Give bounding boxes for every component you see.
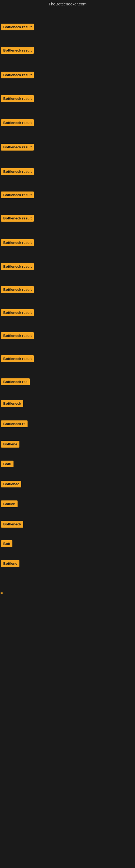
- bottleneck-row-14: Bottleneck result: [0, 355, 35, 364]
- bottleneck-badge[interactable]: Bottleneck: [1, 400, 23, 407]
- bottleneck-badge[interactable]: Bottleneck result: [1, 72, 34, 79]
- bottleneck-row-1: Bottleneck result: [0, 46, 35, 55]
- bottleneck-row-17: Bottleneck re: [0, 420, 29, 429]
- site-title: TheBottlenecker.com: [0, 0, 135, 8]
- bottleneck-badge[interactable]: Bottleneck result: [1, 168, 34, 175]
- bottleneck-row-20: Bottlenec: [0, 480, 22, 489]
- bottleneck-badge[interactable]: Bottleneck: [1, 521, 23, 528]
- bottleneck-badge[interactable]: Bottleneck result: [1, 191, 34, 198]
- bottleneck-badge[interactable]: Bottleneck result: [1, 332, 34, 339]
- bottleneck-badge[interactable]: Bottleneck result: [1, 309, 34, 316]
- bottleneck-badge[interactable]: Bottlene: [1, 441, 19, 447]
- bottleneck-row-3: Bottleneck result: [0, 95, 35, 104]
- bottleneck-badge[interactable]: Bottleneck result: [1, 286, 34, 293]
- bottleneck-row-8: Bottleneck result: [0, 214, 35, 223]
- bottleneck-badge[interactable]: Bott: [1, 540, 12, 547]
- bottleneck-row-18: Bottlene: [0, 440, 20, 449]
- bottleneck-row-0: Bottleneck result: [0, 23, 35, 32]
- bottleneck-badge[interactable]: Bottleneck res: [1, 378, 30, 385]
- bottleneck-row-22: Bottleneck: [0, 520, 24, 529]
- bottleneck-badge[interactable]: Bottleneck result: [1, 144, 34, 151]
- bottleneck-row-11: Bottleneck result: [0, 286, 35, 294]
- bottleneck-row-24: Bottlene: [0, 560, 20, 568]
- bottleneck-row-13: Bottleneck result: [0, 332, 35, 341]
- bottleneck-badge[interactable]: Bottleneck result: [1, 215, 34, 222]
- small-marker: =: [1, 591, 3, 595]
- bottleneck-badge[interactable]: Bottleneck result: [1, 239, 34, 246]
- bottleneck-row-2: Bottleneck result: [0, 71, 35, 80]
- bottleneck-row-5: Bottleneck result: [0, 143, 35, 152]
- bottleneck-badge[interactable]: Bottleneck result: [1, 355, 34, 362]
- bottleneck-row-4: Bottleneck result: [0, 119, 35, 128]
- bottleneck-badge[interactable]: Bottleneck result: [1, 263, 34, 270]
- bottleneck-badge[interactable]: Bottlene: [1, 560, 19, 567]
- bottleneck-row-12: Bottleneck result: [0, 309, 35, 318]
- bottleneck-row-16: Bottleneck: [0, 400, 24, 408]
- bottleneck-badge[interactable]: Bottleneck re: [1, 421, 28, 427]
- bottleneck-badge[interactable]: Bottleneck result: [1, 119, 34, 126]
- bottleneck-row-21: Bottlen: [0, 500, 18, 509]
- bottleneck-badge[interactable]: Bottlen: [1, 500, 17, 507]
- bottleneck-badge[interactable]: Bottleneck result: [1, 24, 34, 30]
- bottleneck-row-10: Bottleneck result: [0, 262, 35, 272]
- bottleneck-row-15: Bottleneck res: [0, 378, 31, 387]
- bottleneck-badge[interactable]: Bottleneck result: [1, 95, 34, 102]
- bottleneck-badge[interactable]: Bottl: [1, 461, 13, 467]
- bottleneck-badge[interactable]: Bottleneck result: [1, 47, 34, 54]
- bottleneck-row-9: Bottleneck result: [0, 239, 35, 248]
- bottleneck-row-7: Bottleneck result: [0, 191, 35, 200]
- bottleneck-badge[interactable]: Bottlenec: [1, 480, 21, 488]
- bottleneck-row-23: Bott: [0, 540, 13, 549]
- bottleneck-row-19: Bottl: [0, 460, 14, 469]
- bottleneck-row-6: Bottleneck result: [0, 167, 35, 177]
